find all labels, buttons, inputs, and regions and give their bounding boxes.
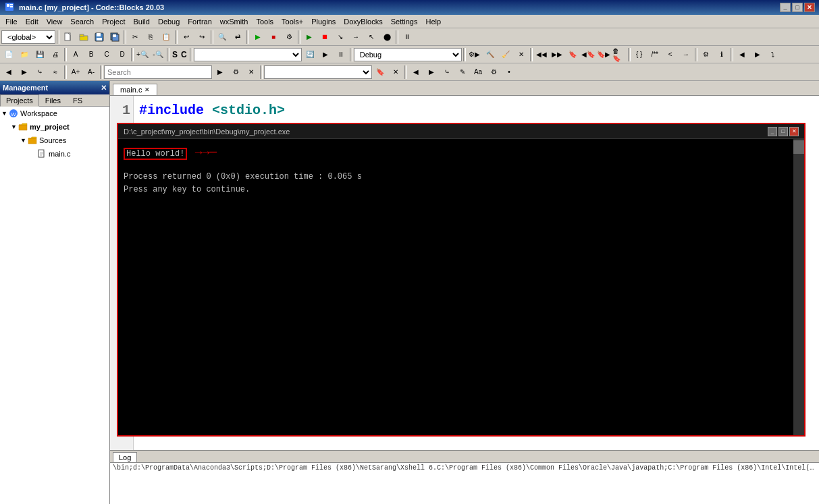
step-over-button[interactable]: → — [348, 30, 363, 45]
minimize-button[interactable]: _ — [780, 3, 791, 12]
copy-button[interactable]: ⎘ — [143, 30, 158, 45]
arrow-right-btn[interactable]: ▶ — [17, 65, 32, 80]
undo-button[interactable]: ↩ — [179, 30, 194, 45]
font-size-btn[interactable]: A+ — [68, 65, 83, 80]
cc-btn1[interactable]: 🔄 — [302, 47, 317, 62]
debug-start-button[interactable]: ▶ — [302, 30, 317, 45]
forward-btn[interactable]: ▶ — [750, 47, 765, 62]
cut-button[interactable]: ✂ — [128, 30, 142, 45]
tree-project[interactable]: ▼ my_project — [0, 120, 109, 134]
settings2-btn[interactable]: ⚙ — [486, 65, 501, 80]
next-bookmark-button[interactable]: 🔖▶ — [596, 47, 611, 62]
menu-plugins[interactable]: Plugins — [307, 16, 340, 27]
tab-projects[interactable]: Projects — [0, 94, 39, 107]
menu-tools[interactable]: Tools — [252, 16, 278, 27]
global-scope-dropdown[interactable]: <global> — [1, 30, 55, 44]
new-file-button[interactable] — [61, 30, 76, 45]
management-close[interactable]: ✕ — [101, 84, 107, 92]
cc-btn2[interactable]: ▶ — [318, 47, 333, 62]
scrollbar-thumb[interactable] — [793, 140, 804, 154]
menu-help[interactable]: Help — [421, 16, 445, 27]
open-file-button[interactable] — [76, 30, 91, 45]
prev-bookmark-button[interactable]: ◀🔖 — [581, 47, 596, 62]
redo-button[interactable]: ↪ — [194, 30, 209, 45]
menu-debug[interactable]: Debug — [154, 16, 184, 27]
previous-button[interactable]: ◀◀ — [534, 47, 549, 62]
log-tab[interactable]: Log — [113, 452, 137, 462]
menu-wxsmith[interactable]: wxSmith — [216, 16, 253, 27]
menu-build[interactable]: Build — [129, 16, 153, 27]
find-replace-button[interactable]: ⇄ — [230, 30, 245, 45]
back-btn[interactable]: ◀ — [735, 47, 749, 62]
menu-edit[interactable]: Edit — [22, 16, 43, 27]
settings-btn[interactable]: ⚙ — [699, 47, 714, 62]
menu-file[interactable]: File — [1, 16, 22, 27]
search-go-btn[interactable]: ▶ — [213, 65, 228, 80]
code-completion-dropdown[interactable] — [194, 48, 302, 61]
menu-project[interactable]: Project — [98, 16, 129, 27]
find-button[interactable]: 🔍 — [215, 30, 230, 45]
step-into-button[interactable]: ↘ — [333, 30, 348, 45]
save-all-button[interactable] — [107, 30, 122, 45]
bookmark-button[interactable]: 🔖 — [565, 47, 580, 62]
tb2-btn6[interactable]: B — [84, 47, 99, 62]
next-button[interactable]: ▶▶ — [550, 47, 564, 62]
zoom-out-button[interactable]: -🔍 — [151, 47, 165, 62]
tb2-btn1[interactable]: 📄 — [1, 47, 16, 62]
close-button[interactable]: ✕ — [804, 3, 815, 12]
match-btn[interactable]: ≈ — [48, 65, 63, 80]
jump2-btn[interactable]: ⤷ — [440, 65, 454, 80]
nav-back-btn[interactable]: ◀ — [408, 65, 423, 80]
menu-fortran[interactable]: Fortran — [184, 16, 215, 27]
console-maximize[interactable]: □ — [778, 127, 788, 136]
maximize-button[interactable]: □ — [792, 3, 803, 12]
arrow-left-btn[interactable]: ◀ — [1, 65, 16, 80]
search-opt-btn[interactable]: ⚙ — [228, 65, 243, 80]
tree-main-c[interactable]: main.c — [0, 147, 109, 161]
cc-btn3[interactable]: ⏸ — [334, 47, 348, 62]
jump-to-btn[interactable]: ⤷ — [32, 65, 47, 80]
tb2-btn2[interactable]: 📁 — [17, 47, 32, 62]
tab-fs[interactable]: FS — [67, 94, 88, 106]
console-minimize[interactable]: _ — [768, 127, 777, 136]
menu-search[interactable]: Search — [66, 16, 98, 27]
jump-btn[interactable]: ⤵ — [766, 47, 781, 62]
save-button[interactable] — [92, 30, 107, 45]
menu-view[interactable]: View — [43, 16, 67, 27]
tab-close-icon[interactable]: ✕ — [144, 86, 150, 93]
editor-tab-mainc[interactable]: main.c ✕ — [113, 84, 157, 95]
console-close[interactable]: ✕ — [789, 127, 799, 136]
nav-fwd-btn[interactable]: ▶ — [424, 65, 439, 80]
tree-workspace[interactable]: ▼ W Workspace — [0, 107, 109, 120]
menu-tools-plus[interactable]: Tools+ — [278, 16, 307, 27]
code-btn3[interactable]: < — [663, 47, 678, 62]
debug-stop-button[interactable]: ⏹ — [317, 30, 332, 45]
abort-button[interactable]: ✕ — [514, 47, 529, 62]
paste-button[interactable]: 📋 — [159, 30, 174, 45]
step-out-button[interactable]: ↖ — [364, 30, 379, 45]
clean-button[interactable]: 🧹 — [498, 47, 513, 62]
build-run-button[interactable]: ⚙▶ — [467, 47, 482, 62]
search-input[interactable] — [104, 65, 212, 79]
pause-button[interactable]: ⏸ — [400, 30, 415, 45]
info-btn[interactable]: ℹ — [714, 47, 729, 62]
tb2-btn3[interactable]: 💾 — [32, 47, 47, 62]
tb2-btn8[interactable]: D — [115, 47, 130, 62]
search-clear-btn[interactable]: ✕ — [244, 65, 259, 80]
console-scrollbar[interactable] — [793, 139, 804, 435]
font-decrease-btn[interactable]: A- — [84, 65, 99, 80]
zoom-in-button[interactable]: +🔍 — [135, 47, 150, 62]
bookmark2-btn[interactable]: 🔖 — [373, 65, 388, 80]
build-button[interactable]: ⚙ — [282, 30, 296, 45]
font-btn[interactable]: Aa — [471, 65, 485, 80]
code-btn1[interactable]: { } — [632, 47, 647, 62]
clear2-btn[interactable]: ✕ — [388, 65, 403, 80]
run-stop-button[interactable]: ■ — [266, 30, 281, 45]
menu-doxyblocks[interactable]: DoxyBlocks — [340, 16, 386, 27]
tb2-btn7[interactable]: C — [99, 47, 114, 62]
code-btn2[interactable]: /** — [648, 47, 662, 62]
debug-mode-dropdown[interactable]: Debug — [354, 48, 462, 61]
rebuild-button[interactable]: 🔨 — [483, 47, 498, 62]
tb2-btn4[interactable]: 🖨 — [48, 47, 63, 62]
tb2-btn5[interactable]: A — [68, 47, 83, 62]
